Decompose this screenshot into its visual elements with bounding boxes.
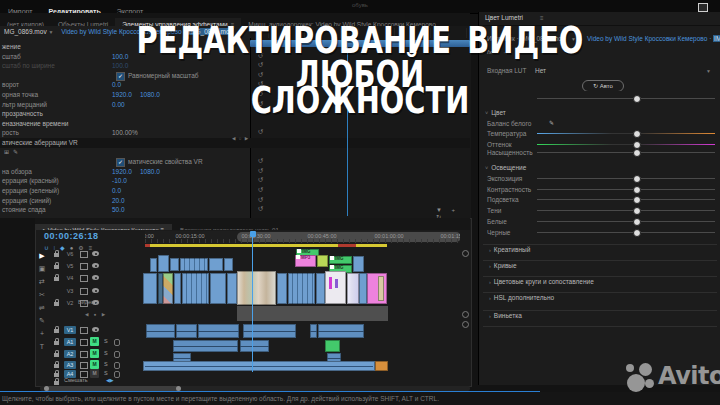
- section-light[interactable]: ˅Освещение: [485, 164, 526, 171]
- slider-track[interactable]: [537, 221, 715, 222]
- track-toggle-icon[interactable]: [80, 351, 88, 358]
- track-header-V2[interactable]: V2Видео 2: [48, 298, 145, 309]
- track-id[interactable]: V4: [64, 274, 76, 282]
- track-header-V5[interactable]: V5: [48, 261, 145, 272]
- clip[interactable]: [227, 273, 237, 304]
- lock-icon[interactable]: [54, 373, 59, 377]
- workspace-icon[interactable]: [698, 3, 708, 12]
- tool-icon[interactable]: ✎: [36, 317, 48, 330]
- clip[interactable]: [198, 324, 239, 338]
- eye-icon[interactable]: [92, 251, 99, 256]
- eye-icon[interactable]: [92, 327, 99, 332]
- timeline-timecode[interactable]: 00:00:26:18: [44, 231, 99, 241]
- keyframe-nav-row[interactable]: ◀ ● ▶: [85, 312, 107, 317]
- track-id[interactable]: A1: [64, 338, 76, 346]
- clip[interactable]: [277, 273, 287, 304]
- slider-knob[interactable]: [633, 207, 641, 215]
- slider-track[interactable]: [537, 133, 715, 134]
- track-id[interactable]: V2: [64, 299, 76, 307]
- lock-icon[interactable]: [54, 341, 59, 345]
- effect-tool-icon[interactable]: ⊞: [4, 148, 9, 155]
- reset-icon[interactable]: ↺: [258, 176, 263, 184]
- slider-row-Температура[interactable]: Температура: [479, 129, 720, 140]
- track-header-V4[interactable]: V4: [48, 273, 145, 284]
- clip[interactable]: MP3: [295, 255, 316, 267]
- chevron-down-icon[interactable]: ▼: [706, 68, 711, 74]
- track-toggle-icon[interactable]: [80, 275, 88, 282]
- clip[interactable]: [182, 273, 209, 304]
- scrollbar-dot[interactable]: [462, 321, 469, 328]
- track-id[interactable]: V1: [64, 326, 76, 334]
- section-header[interactable]: ›Кривые: [489, 262, 517, 269]
- clip[interactable]: [224, 258, 233, 271]
- effect-value[interactable]: 100.00%: [112, 129, 138, 136]
- section-Виньетка[interactable]: ›Виньетка: [483, 310, 717, 326]
- solo-button[interactable]: S: [104, 338, 108, 344]
- track-toggle-icon[interactable]: [80, 288, 88, 295]
- effect-value[interactable]: 1920.0: [112, 168, 132, 175]
- lock-icon[interactable]: [54, 381, 59, 385]
- clip[interactable]: [237, 271, 276, 305]
- clip[interactable]: [240, 340, 269, 352]
- slider-track[interactable]: [537, 199, 715, 200]
- mute-button[interactable]: M: [90, 360, 99, 369]
- slider-row-Черные[interactable]: Черные: [479, 228, 720, 239]
- slider-row-Подсветка[interactable]: Подсветка: [479, 195, 720, 206]
- tab-(нет клипов)[interactable]: (нет клипов): [0, 18, 51, 26]
- section-Кривые[interactable]: ›Кривые: [483, 260, 717, 276]
- keyframe-nav-icons[interactable]: ◀ ○ ▶: [232, 136, 249, 141]
- slider-track[interactable]: [537, 210, 715, 211]
- lock-icon[interactable]: [54, 302, 59, 306]
- scrollbar-dot[interactable]: [462, 250, 469, 257]
- clip[interactable]: [367, 273, 387, 304]
- slider-knob[interactable]: [633, 186, 641, 194]
- track-toggle-icon[interactable]: [80, 362, 88, 369]
- tool-icon[interactable]: ✂: [36, 291, 48, 304]
- slider-track[interactable]: [537, 189, 715, 190]
- timeline-tab[interactable]: ▸ Video by Wild Style Кроссовки Кемерово…: [35, 224, 172, 230]
- clip[interactable]: [210, 273, 226, 304]
- tool-icon[interactable]: ⇌: [36, 304, 48, 317]
- eye-icon[interactable]: [92, 275, 99, 280]
- slider-track[interactable]: [537, 152, 715, 153]
- clip[interactable]: [163, 273, 173, 304]
- track-id[interactable]: A4: [64, 370, 76, 378]
- track-header-V6[interactable]: V6: [48, 249, 145, 260]
- clip[interactable]: [288, 273, 315, 304]
- slider-knob[interactable]: [633, 196, 641, 204]
- section-HSL дополнительно[interactable]: ›HSL дополнительно: [483, 292, 717, 308]
- slider-track[interactable]: [537, 144, 715, 145]
- mute-button[interactable]: M: [90, 337, 99, 346]
- slider-knob[interactable]: [633, 229, 641, 237]
- timeline-playhead[interactable]: [252, 231, 253, 372]
- clip[interactable]: [375, 361, 388, 371]
- scrollbar-dot[interactable]: [462, 311, 469, 318]
- track-toggle-icon[interactable]: [80, 263, 88, 270]
- track-id[interactable]: A3: [64, 361, 76, 369]
- track-header-V1[interactable]: V1: [48, 325, 145, 336]
- lock-icon[interactable]: [54, 329, 59, 333]
- lock-icon[interactable]: [54, 265, 59, 269]
- clip[interactable]: [173, 340, 238, 352]
- clip[interactable]: [359, 273, 367, 304]
- clip[interactable]: [243, 324, 296, 338]
- track-id[interactable]: V6: [64, 250, 76, 258]
- clip[interactable]: IMG: [329, 256, 352, 264]
- clip[interactable]: [318, 324, 364, 338]
- clip[interactable]: [317, 255, 328, 267]
- clip[interactable]: [353, 256, 364, 272]
- clip[interactable]: [158, 255, 169, 272]
- clip[interactable]: [150, 258, 157, 272]
- clip[interactable]: [170, 258, 179, 271]
- mic-icon[interactable]: [114, 351, 120, 358]
- solo-button[interactable]: S: [104, 350, 108, 356]
- slider-row-Экспозиция[interactable]: Экспозиция: [479, 174, 720, 185]
- clip[interactable]: [310, 324, 317, 338]
- clip[interactable]: [209, 258, 223, 271]
- eye-icon[interactable]: [92, 263, 99, 268]
- clip[interactable]: [347, 273, 359, 304]
- clip[interactable]: [143, 273, 157, 304]
- tool-icon[interactable]: ▣: [36, 265, 48, 278]
- clip[interactable]: [378, 276, 384, 301]
- track-toggle-icon[interactable]: [80, 327, 88, 334]
